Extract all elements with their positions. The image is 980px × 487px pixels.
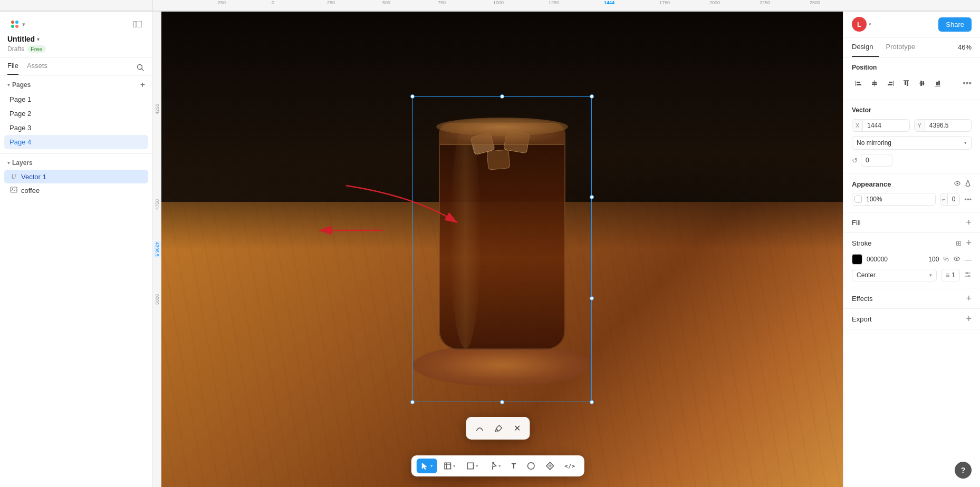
panel-toggle-btn[interactable] [130, 19, 145, 30]
image-layer-icon [10, 186, 17, 193]
rotation-icon: ↺ [852, 157, 858, 164]
handle-top-mid[interactable] [500, 94, 504, 99]
shape-tool-btn[interactable]: ▾ [462, 459, 483, 473]
handle-top-right[interactable] [590, 94, 594, 99]
mirror-select[interactable]: No mirroring ▾ [852, 136, 972, 150]
x-field[interactable]: X 1444 [852, 119, 910, 132]
share-button[interactable]: Share [938, 17, 972, 32]
stroke-advanced-btn[interactable] [964, 271, 972, 280]
appearance-title: Appearance [852, 180, 891, 188]
svg-rect-29 [888, 84, 892, 85]
tab-assets[interactable]: Assets [27, 62, 47, 75]
handle-bot-left[interactable] [410, 400, 415, 404]
align-row: ••• [852, 76, 972, 90]
y-field[interactable]: Y 4396.5 [914, 119, 972, 132]
code-tool-btn[interactable]: </> [560, 460, 579, 473]
stroke-hex-value[interactable]: 000000 [867, 256, 919, 263]
svg-point-17 [527, 463, 534, 470]
layers-section-header[interactable]: ▾ Layers [0, 154, 152, 170]
search-btn[interactable] [136, 63, 145, 74]
opacity-input-wrapper[interactable]: 100% [852, 193, 936, 206]
svg-rect-12 [445, 463, 450, 469]
align-more-btn[interactable]: ••• [963, 79, 972, 88]
layers-list: U Vector 1 coffee [0, 170, 152, 487]
handle-top-left[interactable] [410, 94, 415, 99]
user-avatar[interactable]: L [852, 17, 867, 32]
svg-rect-5 [133, 21, 142, 27]
file-title: Untitled [7, 35, 35, 43]
layer-name-coffee: coffee [21, 187, 40, 194]
ruler-mark: 2500 [810, 0, 820, 6]
y-value: 4396.5 [925, 120, 971, 131]
stroke-grid-icon[interactable]: ⊞ [956, 239, 962, 247]
visibility-icon[interactable] [954, 180, 961, 189]
pages-section-header[interactable]: ▾ Pages + [0, 75, 152, 92]
handle-bot-right[interactable] [590, 400, 594, 404]
align-middle-v-btn[interactable] [915, 76, 929, 90]
align-right-btn[interactable] [883, 76, 897, 90]
canvas-area[interactable]: 4250 4750 5000 [153, 12, 843, 487]
svg-rect-2 [11, 25, 14, 28]
svg-rect-24 [875, 80, 875, 86]
layer-item-coffee[interactable]: coffee [4, 183, 148, 198]
add-export-btn[interactable]: + [966, 314, 972, 324]
stroke-remove-btn[interactable]: — [965, 256, 972, 264]
ruler-mark: -250 [216, 0, 226, 6]
corner-input-wrapper[interactable]: ⌐ 0 [940, 193, 960, 206]
stroke-opacity-value: 100 [923, 256, 939, 263]
svg-point-44 [966, 272, 968, 274]
figma-icon [9, 19, 20, 30]
appearance-more-btn[interactable]: ••• [964, 196, 972, 203]
page-item-1[interactable]: Page 1 [4, 92, 148, 106]
fill-icon[interactable] [964, 180, 972, 189]
stroke-section-header: Stroke ⊞ + [843, 233, 980, 250]
ellipse-tool-btn[interactable] [522, 459, 539, 473]
stroke-color-swatch[interactable] [852, 254, 862, 265]
main-toolbar: ▾ ▾ ▾ [411, 455, 584, 476]
align-top-btn[interactable] [899, 76, 913, 90]
handle-right-lower[interactable] [590, 296, 594, 300]
align-center-h-btn[interactable] [868, 76, 881, 90]
page-item-3[interactable]: Page 3 [4, 121, 148, 135]
app-menu-btn[interactable]: ▾ [7, 18, 27, 31]
align-bottom-btn[interactable] [931, 76, 945, 90]
user-avatar-dropdown[interactable]: L ▾ [852, 17, 871, 32]
svg-rect-26 [872, 84, 877, 85]
text-tool-btn[interactable]: T [507, 459, 521, 473]
appearance-title-row: Appearance [852, 180, 972, 189]
rotation-field[interactable]: 0 [861, 154, 892, 167]
pen-tool-btn[interactable]: ▾ [485, 459, 505, 473]
curve-tool-btn[interactable] [474, 422, 486, 435]
align-left-btn[interactable] [852, 76, 866, 90]
close-toolbar-btn[interactable]: ✕ [512, 421, 523, 435]
tab-design[interactable]: Design [852, 37, 879, 57]
tab-file[interactable]: File [7, 62, 18, 75]
stroke-align-select[interactable]: Center ▾ [852, 269, 937, 281]
tab-prototype[interactable]: Prototype [886, 37, 921, 57]
add-fill-btn[interactable]: + [966, 218, 972, 227]
help-button[interactable]: ? [955, 462, 972, 479]
add-page-btn[interactable]: + [140, 81, 145, 89]
components-tool-btn[interactable] [541, 459, 558, 473]
appearance-section: Appearance 100% ⌐ 0 [843, 173, 980, 212]
stroke-width-row[interactable]: ≡ 1 [941, 269, 960, 281]
svg-rect-22 [857, 82, 860, 83]
paint-tool-btn[interactable] [493, 422, 505, 435]
layer-item-vector1[interactable]: U Vector 1 [4, 170, 148, 183]
layer-icon-image [9, 186, 18, 195]
add-effect-btn[interactable]: + [966, 294, 972, 303]
add-stroke-btn[interactable]: + [966, 238, 972, 248]
page-item-2[interactable]: Page 2 [4, 106, 148, 121]
handle-bot-mid[interactable] [500, 400, 504, 404]
v-ruler-mark-4250: 4250 [155, 104, 160, 114]
svg-line-7 [142, 69, 144, 71]
mirror-chevron-icon: ▾ [964, 140, 967, 145]
frame-tool-btn[interactable]: ▾ [439, 459, 460, 473]
page-item-4[interactable]: Page 4 [4, 135, 148, 149]
select-tool-btn[interactable]: ▾ [417, 459, 437, 473]
stroke-visibility-icon[interactable] [953, 255, 960, 264]
code-icon: </> [564, 463, 575, 470]
zoom-level[interactable]: 46% [958, 43, 972, 51]
svg-point-16 [492, 462, 494, 464]
title-chevron-icon[interactable]: ▾ [37, 36, 40, 42]
